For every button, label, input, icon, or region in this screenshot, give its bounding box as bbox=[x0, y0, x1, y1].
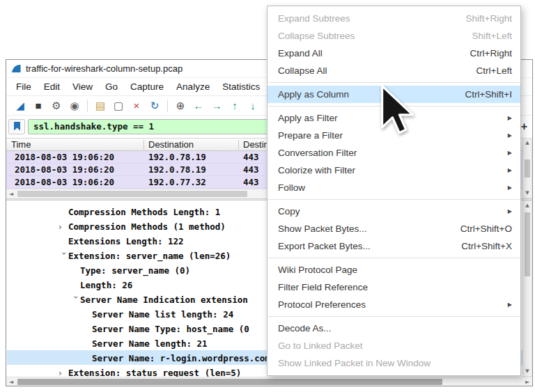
menu-item-label: Copy bbox=[278, 206, 300, 217]
menu-separator bbox=[268, 258, 520, 258]
context-menu-item-filter-field-reference[interactable]: Filter Field Reference bbox=[268, 279, 520, 296]
detail-text: Server Name: r-login.wordpress.com bbox=[92, 353, 270, 363]
save-file-icon[interactable]: ▢ bbox=[110, 97, 127, 114]
column-separator[interactable] bbox=[238, 140, 239, 150]
menu-go[interactable]: Go bbox=[99, 78, 124, 95]
menu-item-label: Filter Field Reference bbox=[278, 282, 368, 292]
packet-list-vscrollbar[interactable]: ▲ ▼ bbox=[522, 138, 532, 198]
detail-text: Compression Methods (1 method) bbox=[68, 221, 226, 232]
detail-text: Server Name list length: 24 bbox=[92, 309, 233, 320]
menu-edit[interactable]: Edit bbox=[38, 78, 66, 95]
submenu-arrow-icon: ▶ bbox=[508, 208, 512, 214]
context-menu-item-protocol-preferences[interactable]: Protocol Preferences▶ bbox=[268, 296, 520, 313]
cell-time: 2018-08-03 19:06:20 bbox=[15, 151, 114, 163]
last-packet-icon[interactable]: ↓ bbox=[245, 97, 261, 114]
context-menu-item-collapse-subtrees: Collapse SubtreesShift+Left bbox=[268, 27, 520, 45]
scroll-down-button[interactable]: ▼ bbox=[523, 367, 532, 376]
menu-item-label: Show Linked Packet in New Window bbox=[278, 358, 431, 368]
context-menu-item-copy[interactable]: Copy▶ bbox=[268, 203, 520, 220]
scrollbar-thumb[interactable] bbox=[525, 212, 530, 276]
scroll-up-button[interactable]: ▲ bbox=[523, 201, 532, 210]
scroll-down-button[interactable]: ▼ bbox=[523, 189, 532, 198]
scroll-right-button[interactable]: ► bbox=[522, 377, 532, 386]
bookmark-icon bbox=[13, 122, 21, 131]
desktop: traffic-for-wireshark-column-setup.pcap … bbox=[0, 0, 535, 392]
detail-text: Extension: server_name (len=26) bbox=[68, 251, 231, 261]
menu-separator bbox=[268, 199, 520, 200]
context-menu-item-collapse-all[interactable]: Collapse AllCtrl+Left bbox=[268, 62, 520, 79]
submenu-arrow-icon: ▶ bbox=[508, 132, 512, 139]
context-menu-item-decode-as[interactable]: Decode As... bbox=[268, 320, 520, 337]
tree-expander-icon[interactable]: › bbox=[59, 366, 68, 377]
menu-item-label: Prepare a Filter bbox=[278, 130, 343, 141]
display-filter-text: ssl.handshake.type == 1 bbox=[33, 121, 154, 132]
menu-item-label: Protocol Preferences bbox=[278, 299, 366, 310]
cell-destination-port: 443 bbox=[243, 164, 259, 175]
menu-item-shortcut: Shift+Right bbox=[466, 13, 512, 24]
find-packet-icon[interactable]: ⊕ bbox=[172, 97, 189, 114]
scroll-left-button[interactable]: ◄ bbox=[6, 377, 16, 386]
menu-statistics[interactable]: Statistics bbox=[216, 78, 266, 95]
cell-time: 2018-08-03 19:06:20 bbox=[15, 176, 114, 188]
scrollbar-thumb[interactable] bbox=[17, 379, 442, 385]
restart-capture-icon[interactable]: ◉ bbox=[66, 97, 83, 114]
column-separator[interactable] bbox=[144, 140, 144, 150]
menu-capture[interactable]: Capture bbox=[124, 78, 170, 95]
column-header-destination[interactable]: Destination bbox=[148, 139, 194, 151]
capture-options-icon[interactable]: ⚙ bbox=[48, 97, 65, 114]
scrollbar-thumb[interactable] bbox=[525, 159, 530, 178]
reload-file-icon[interactable]: ↻ bbox=[146, 97, 163, 114]
context-menu-item-wiki-protocol-page[interactable]: Wiki Protocol Page bbox=[268, 261, 520, 279]
stop-capture-icon[interactable]: ■ bbox=[30, 97, 47, 114]
filter-bookmark-button[interactable] bbox=[8, 119, 25, 134]
menu-item-shortcut: Shift+Left bbox=[472, 31, 512, 41]
menu-view[interactable]: View bbox=[66, 78, 99, 95]
cell-time: 2018-08-03 19:06:20 bbox=[15, 164, 114, 175]
tree-expander-icon[interactable]: › bbox=[59, 220, 68, 235]
open-file-icon[interactable]: ▤ bbox=[92, 97, 109, 114]
context-menu-item-conversation-filter[interactable]: Conversation Filter▶ bbox=[268, 144, 520, 162]
packet-details-vscrollbar[interactable]: ▲ ▼ bbox=[522, 201, 532, 377]
submenu-arrow-icon: ▶ bbox=[508, 167, 512, 173]
menu-item-label: Colorize with Filter bbox=[278, 165, 355, 175]
mouse-cursor-icon bbox=[380, 85, 424, 139]
close-file-icon[interactable]: × bbox=[128, 97, 145, 114]
tree-expander-icon[interactable]: › bbox=[68, 296, 83, 306]
scroll-up-button[interactable]: ▲ bbox=[523, 139, 532, 148]
toolbar-separator bbox=[87, 100, 88, 112]
next-packet-icon[interactable]: → bbox=[208, 97, 225, 114]
detail-text: Extensions Length: 122 bbox=[68, 236, 184, 246]
cell-destination-port: 443 bbox=[243, 151, 259, 163]
menu-item-shortcut: Ctrl+Shift+I bbox=[465, 89, 512, 100]
scroll-left-button[interactable]: ◄ bbox=[6, 189, 16, 198]
first-packet-icon[interactable]: ↑ bbox=[226, 97, 243, 114]
scrollbar-thumb[interactable] bbox=[17, 191, 247, 197]
menu-item-label: Collapse All bbox=[278, 65, 327, 76]
context-menu-item-show-packet-bytes[interactable]: Show Packet Bytes...Ctrl+Shift+O bbox=[268, 220, 520, 237]
menu-item-label: Show Packet Bytes... bbox=[278, 224, 367, 234]
detail-text: Server Name length: 21 bbox=[92, 338, 208, 349]
menu-item-label: Follow bbox=[278, 182, 305, 193]
menu-item-label: Export Packet Bytes... bbox=[278, 241, 371, 251]
menu-item-label: Wiki Protocol Page bbox=[278, 265, 357, 275]
context-menu-item-expand-all[interactable]: Expand AllCtrl+Right bbox=[268, 45, 520, 62]
context-menu-item-colorize-with-filter[interactable]: Colorize with Filter▶ bbox=[268, 162, 520, 179]
start-capture-icon[interactable]: ◢ bbox=[12, 97, 29, 114]
toolbar-separator bbox=[167, 100, 168, 112]
cell-destination: 192.0.77.32 bbox=[148, 176, 206, 188]
tree-expander-icon[interactable]: › bbox=[56, 252, 71, 262]
detail-text: Server Name Indication extension bbox=[80, 295, 248, 305]
context-menu-item-export-packet-bytes[interactable]: Export Packet Bytes...Ctrl+Shift+X bbox=[268, 237, 520, 255]
cell-destination-port: 443 bbox=[243, 176, 259, 188]
context-menu-item-show-linked-packet-in-new-window: Show Linked Packet in New Window bbox=[268, 354, 520, 372]
submenu-arrow-icon: ▶ bbox=[508, 115, 512, 121]
column-header-time[interactable]: Time bbox=[11, 139, 31, 151]
context-menu-item-follow[interactable]: Follow▶ bbox=[268, 179, 520, 196]
menu-item-shortcut: Ctrl+Shift+O bbox=[460, 224, 512, 234]
previous-packet-icon[interactable]: ← bbox=[190, 97, 207, 114]
menu-file[interactable]: File bbox=[10, 78, 38, 95]
wireshark-logo-icon bbox=[11, 63, 22, 74]
menu-item-label: Decode As... bbox=[278, 323, 332, 334]
details-hscrollbar[interactable]: ◄ ► bbox=[6, 377, 532, 386]
menu-analyze[interactable]: Analyze bbox=[170, 78, 216, 95]
